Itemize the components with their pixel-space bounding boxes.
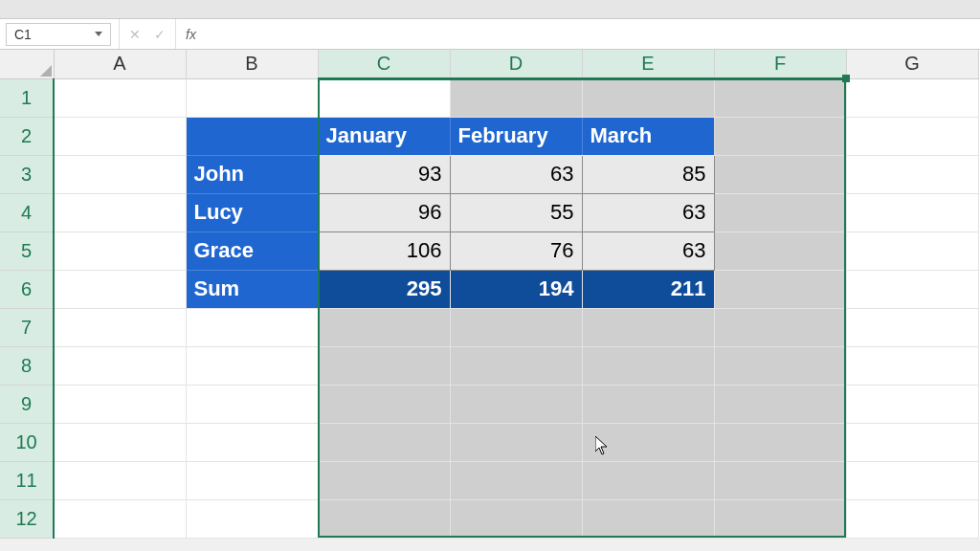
row-header-10[interactable]: 10 [0, 423, 54, 461]
cell-A2[interactable] [54, 117, 186, 155]
row-header-1[interactable]: 1 [0, 78, 54, 117]
cell-D6[interactable]: 194 [450, 270, 582, 308]
cell-B5[interactable]: Grace [186, 231, 318, 270]
col-header-B[interactable]: B [186, 50, 318, 78]
cell-C6[interactable]: 295 [318, 270, 450, 308]
cell-D9[interactable] [450, 385, 582, 423]
spreadsheet-grid[interactable]: A B C D E F G 1 2 January February March… [0, 50, 980, 539]
cell-F2[interactable] [714, 117, 846, 155]
row-header-3[interactable]: 3 [0, 155, 54, 193]
cell-F4[interactable] [714, 193, 846, 231]
col-header-D[interactable]: D [450, 50, 582, 78]
cell-E7[interactable] [582, 308, 714, 346]
cell-D11[interactable] [450, 461, 582, 499]
cell-E6[interactable]: 211 [582, 270, 714, 308]
cell-B1[interactable] [186, 78, 318, 117]
cell-G7[interactable] [846, 308, 978, 346]
cell-A4[interactable] [54, 193, 186, 231]
cell-C10[interactable] [318, 423, 450, 461]
cell-F7[interactable] [714, 308, 846, 346]
cell-G6[interactable] [846, 270, 978, 308]
name-box[interactable]: C1 [6, 23, 111, 46]
cell-F3[interactable] [714, 155, 846, 193]
cell-G9[interactable] [846, 385, 978, 423]
cell-E9[interactable] [582, 385, 714, 423]
cell-F11[interactable] [714, 461, 846, 499]
cell-D10[interactable] [450, 423, 582, 461]
cell-B6[interactable]: Sum [186, 270, 318, 308]
col-header-F[interactable]: F [714, 50, 846, 78]
cell-D8[interactable] [450, 346, 582, 385]
cell-E8[interactable] [582, 346, 714, 385]
cell-C2[interactable]: January [318, 117, 450, 155]
cell-G8[interactable] [846, 346, 978, 385]
cell-E4[interactable]: 63 [582, 193, 714, 231]
cell-E3[interactable]: 85 [582, 155, 714, 193]
cell-B4[interactable]: Lucy [186, 193, 318, 231]
formula-input[interactable] [206, 19, 980, 49]
row-header-5[interactable]: 5 [0, 231, 54, 270]
confirm-icon[interactable]: ✓ [154, 27, 166, 42]
row-header-6[interactable]: 6 [0, 270, 54, 308]
cell-G11[interactable] [846, 461, 978, 499]
cell-G4[interactable] [846, 193, 978, 231]
cell-D4[interactable]: 55 [450, 193, 582, 231]
cell-B8[interactable] [186, 346, 318, 385]
cell-E11[interactable] [582, 461, 714, 499]
col-header-C[interactable]: C [318, 50, 450, 78]
fx-label[interactable]: fx [176, 27, 206, 42]
cell-A3[interactable] [54, 155, 186, 193]
cell-C3[interactable]: 93 [318, 155, 450, 193]
cell-F9[interactable] [714, 385, 846, 423]
row-header-8[interactable]: 8 [0, 346, 54, 385]
cell-C9[interactable] [318, 385, 450, 423]
cell-A5[interactable] [54, 231, 186, 270]
cell-A1[interactable] [54, 78, 186, 117]
cell-G12[interactable] [846, 499, 978, 538]
cell-F5[interactable] [714, 231, 846, 270]
cell-A6[interactable] [54, 270, 186, 308]
row-header-7[interactable]: 7 [0, 308, 54, 346]
cell-B11[interactable] [186, 461, 318, 499]
cell-E10[interactable] [582, 423, 714, 461]
select-all-corner[interactable] [0, 50, 54, 78]
col-header-A[interactable]: A [54, 50, 186, 78]
cell-C5[interactable]: 106 [318, 231, 450, 270]
cell-G1[interactable] [846, 78, 978, 117]
row-header-11[interactable]: 11 [0, 461, 54, 499]
cell-D1[interactable] [450, 78, 582, 117]
cell-A8[interactable] [54, 346, 186, 385]
col-header-G[interactable]: G [846, 50, 978, 78]
cell-A7[interactable] [54, 308, 186, 346]
cell-A9[interactable] [54, 385, 186, 423]
cell-G2[interactable] [846, 117, 978, 155]
cell-B12[interactable] [186, 499, 318, 538]
row-header-2[interactable]: 2 [0, 117, 54, 155]
cancel-icon[interactable]: ✕ [129, 27, 141, 42]
cell-C7[interactable] [318, 308, 450, 346]
cell-E5[interactable]: 63 [582, 231, 714, 270]
cell-A10[interactable] [54, 423, 186, 461]
cell-D12[interactable] [450, 499, 582, 538]
cell-C4[interactable]: 96 [318, 193, 450, 231]
cell-B10[interactable] [186, 423, 318, 461]
cell-D5[interactable]: 76 [450, 231, 582, 270]
cell-B3[interactable]: John [186, 155, 318, 193]
cell-F6[interactable] [714, 270, 846, 308]
cell-F12[interactable] [714, 499, 846, 538]
cell-D7[interactable] [450, 308, 582, 346]
cell-C8[interactable] [318, 346, 450, 385]
cell-C12[interactable] [318, 499, 450, 538]
cell-G10[interactable] [846, 423, 978, 461]
cell-G5[interactable] [846, 231, 978, 270]
col-header-E[interactable]: E [582, 50, 714, 78]
cell-C11[interactable] [318, 461, 450, 499]
cell-F10[interactable] [714, 423, 846, 461]
cell-B7[interactable] [186, 308, 318, 346]
cell-B9[interactable] [186, 385, 318, 423]
cell-C1[interactable] [318, 78, 450, 117]
cell-E12[interactable] [582, 499, 714, 538]
row-header-4[interactable]: 4 [0, 193, 54, 231]
cell-A11[interactable] [54, 461, 186, 499]
chevron-down-icon[interactable] [95, 32, 102, 36]
